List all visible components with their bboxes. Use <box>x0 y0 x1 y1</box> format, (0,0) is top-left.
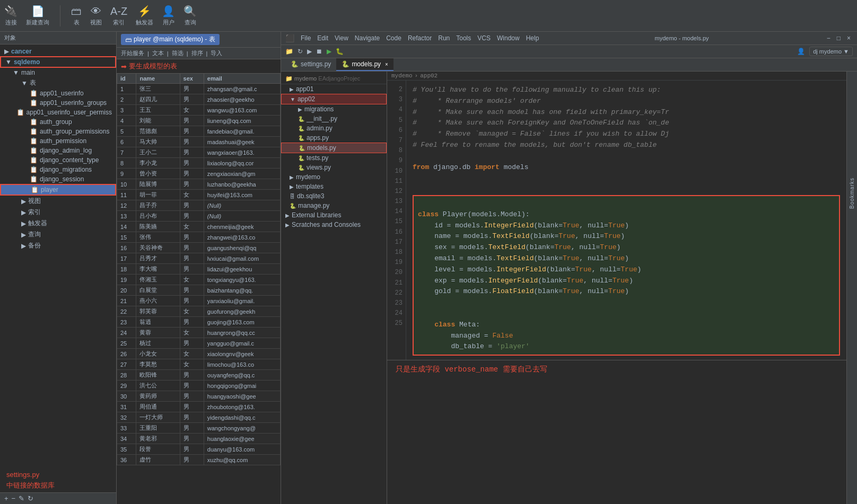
table-row[interactable]: 34黄老邪男huanglaoxie@gee <box>117 434 281 444</box>
table-row[interactable]: 3王五女wangwu@163.com <box>117 105 281 116</box>
tree-item-queries[interactable]: ▶查询 <box>0 229 116 240</box>
code-editor[interactable]: mydemo › app02 2 3 4 5 6 7 8 9 10 <box>387 72 846 504</box>
table-row[interactable]: 36虚竹男xuzhu@qq.com <box>117 455 281 465</box>
menu-window[interactable]: Window <box>497 34 520 42</box>
table-row[interactable]: 11胡一菲女huyifei@163.com <box>117 190 281 200</box>
table-row[interactable]: 21燕小六男yanxiaoliu@gmail. <box>117 296 281 306</box>
remove-btn[interactable]: − <box>12 494 16 502</box>
table-row[interactable]: 16关谷神奇男guangushenqi@qq <box>117 243 281 253</box>
refresh-btn[interactable]: ↻ <box>28 494 33 502</box>
menu-navigate[interactable]: Navigate <box>355 34 380 42</box>
toolbar-view[interactable]: 👁 视图 <box>90 5 102 26</box>
table-row[interactable]: 25杨过男yangguo@gmail.c <box>117 338 281 349</box>
file-item-init[interactable]: 🐍 __init__.py <box>281 114 387 123</box>
tree-item-sqldemo[interactable]: ▼ sqldemo <box>0 56 116 68</box>
table-row[interactable]: 4刘能男liuneng@qq.com <box>117 116 281 126</box>
toolbar-new-query[interactable]: 📄 新建查询 <box>26 5 49 26</box>
file-item-views[interactable]: 🐍 views.py <box>281 163 387 172</box>
table-row[interactable]: 24黄蓉女huangrong@qq.cc <box>117 328 281 338</box>
col-sex[interactable]: sex <box>180 74 204 84</box>
table-row[interactable]: 10陆展博男luzhanbo@geekha <box>117 179 281 190</box>
table-row[interactable]: 12昌子乔男(Null) <box>117 200 281 211</box>
toolbar-query[interactable]: 🔍 查询 <box>183 5 197 26</box>
tree-item-indexes[interactable]: ▶索引 <box>0 207 116 218</box>
file-item-admin[interactable]: 🐍 admin.py <box>281 123 387 133</box>
tree-item-player[interactable]: 📋 player <box>0 184 116 196</box>
col-id[interactable]: id <box>117 74 136 84</box>
file-item-scratches[interactable]: ▶ Scratches and Consoles <box>281 220 387 229</box>
tab-settings[interactable]: 🐍 settings.py <box>285 58 336 71</box>
file-item-external-libs[interactable]: ▶ External Libraries <box>281 210 387 220</box>
table-row[interactable]: 26小龙女女xiaolongnv@geek <box>117 349 281 359</box>
close-btn[interactable]: × <box>845 33 853 43</box>
toolbar-connect[interactable]: 🔌 连接 <box>4 5 18 26</box>
table-row[interactable]: 18李大嘴男lidazui@geekhou <box>117 264 281 275</box>
file-item-apps[interactable]: 🐍 apps.py <box>281 133 387 143</box>
table-row[interactable]: 20白展堂男baizhantang@qq. <box>117 285 281 296</box>
menu-tools[interactable]: Tools <box>456 34 471 42</box>
menu-view[interactable]: View <box>335 34 348 42</box>
table-row[interactable]: 22郭芙蓉女guofurong@geekh <box>117 306 281 317</box>
table-row[interactable]: 15张伟男zhangwei@163.co <box>117 232 281 243</box>
tree-item-triggers[interactable]: ▶触发器 <box>0 218 116 229</box>
toolbar-user[interactable]: 👤 用户 <box>162 5 175 26</box>
menu-code[interactable]: Code <box>386 34 401 42</box>
table-row[interactable]: 5范德彪男fandebiao@gmail. <box>117 126 281 137</box>
tree-item-auth-group-perm[interactable]: 📋auth_group_permissions <box>0 127 116 136</box>
tree-item-django-content[interactable]: 📋django_content_type <box>0 155 116 165</box>
tree-item-django-admin-log[interactable]: 📋django_admin_log <box>0 146 116 155</box>
table-row[interactable]: 28欧阳锋男ouyangfeng@qq.c <box>117 370 281 381</box>
table-row[interactable]: 27李莫愁女limochou@163.co <box>117 359 281 370</box>
menu-help[interactable]: Help <box>526 34 539 42</box>
table-row[interactable]: 13吕小布男(Null) <box>117 211 281 222</box>
file-item-templates[interactable]: ▶ templates <box>281 182 387 191</box>
table-row[interactable]: 17吕秀才男lvxiucai@gmail.com <box>117 253 281 264</box>
menu-refactor[interactable]: Refactor <box>408 34 432 42</box>
table-row[interactable]: 31周伯通男zhoubotong@163. <box>117 402 281 412</box>
tree-item-app01-userinfo-perm[interactable]: 📋app01_userinfo_user_permiss <box>0 108 116 117</box>
tree-item-backup[interactable]: ▶备份 <box>0 240 116 251</box>
table-row[interactable]: 33王重阳男wangchongyang@ <box>117 423 281 434</box>
file-item-mydemo-folder[interactable]: ▶ mydemo <box>281 172 387 182</box>
start-service-btn[interactable]: 开始服务 <box>121 49 144 57</box>
dropdown-mydemo[interactable]: dj mydemo ▼ <box>809 47 853 56</box>
toolbar-table[interactable]: 🗃 表 <box>71 5 82 26</box>
ide-toolbar-icon3[interactable]: ▶ <box>307 48 312 55</box>
maximize-btn[interactable]: □ <box>835 33 843 43</box>
menu-edit[interactable]: Edit <box>317 34 328 42</box>
table-row[interactable]: 29洪七公男hongqigong@gmai <box>117 381 281 391</box>
minimize-btn[interactable]: − <box>825 33 833 43</box>
table-row[interactable]: 23翁逍男guojing@163.com <box>117 317 281 328</box>
tree-item-app01-userinfo[interactable]: 📋app01_userinfo <box>0 89 116 98</box>
debug-icon[interactable]: 🐛 <box>336 48 344 55</box>
tab-models[interactable]: 🐍 models.py × <box>336 58 393 71</box>
menu-file[interactable]: File <box>301 34 311 42</box>
tree-item-django-migrations[interactable]: 📋django_migrations <box>0 165 116 174</box>
toolbar-trigger[interactable]: ⚡ 触发器 <box>136 5 153 26</box>
file-item-app01[interactable]: ▶ app01 <box>281 84 387 94</box>
tree-item-tables-folder[interactable]: ▼ 表 <box>0 77 116 89</box>
file-item-db-sqlite[interactable]: 🗄 db.sqlite3 <box>281 191 387 201</box>
close-tab-icon[interactable]: × <box>385 61 388 67</box>
file-item-migrations[interactable]: ▶ migrations <box>281 104 387 114</box>
tree-item-app01-userinfo-groups[interactable]: 📋app01_userinfo_groups <box>0 98 116 108</box>
edit-btn[interactable]: ✎ <box>19 494 24 502</box>
toolbar-index[interactable]: A-Z 索引 <box>110 5 127 26</box>
table-row[interactable]: 30黄药师男huangyaoshi@gee <box>117 391 281 402</box>
table-row[interactable]: 19佟湘玉女tongxiangyu@163. <box>117 275 281 285</box>
table-row[interactable]: 35段誉男duanyu@163.com <box>117 444 281 455</box>
col-name[interactable]: name <box>136 74 180 84</box>
table-row[interactable]: 8李小龙男lixiaolong@qq.cor <box>117 158 281 169</box>
file-item-app02[interactable]: ▼ app02 <box>281 94 387 104</box>
sort-btn[interactable]: 排序 <box>191 49 203 57</box>
filter-btn[interactable]: 筛选 <box>172 49 183 57</box>
ide-toolbar-icon1[interactable]: 📁 <box>285 48 293 55</box>
table-row[interactable]: 1张三男zhangsan@gmail.c <box>117 84 281 94</box>
file-item-manage[interactable]: 🐍 manage.py <box>281 201 387 210</box>
text-btn[interactable]: 文本 <box>152 49 164 57</box>
compare-btn[interactable]: 对象 <box>4 34 16 42</box>
tree-item-auth-permission[interactable]: 📋auth_permission <box>0 136 116 146</box>
add-btn[interactable]: + <box>4 494 8 502</box>
ide-toolbar-icon2[interactable]: ↻ <box>298 48 303 55</box>
menu-vcs[interactable]: VCS <box>477 34 491 42</box>
